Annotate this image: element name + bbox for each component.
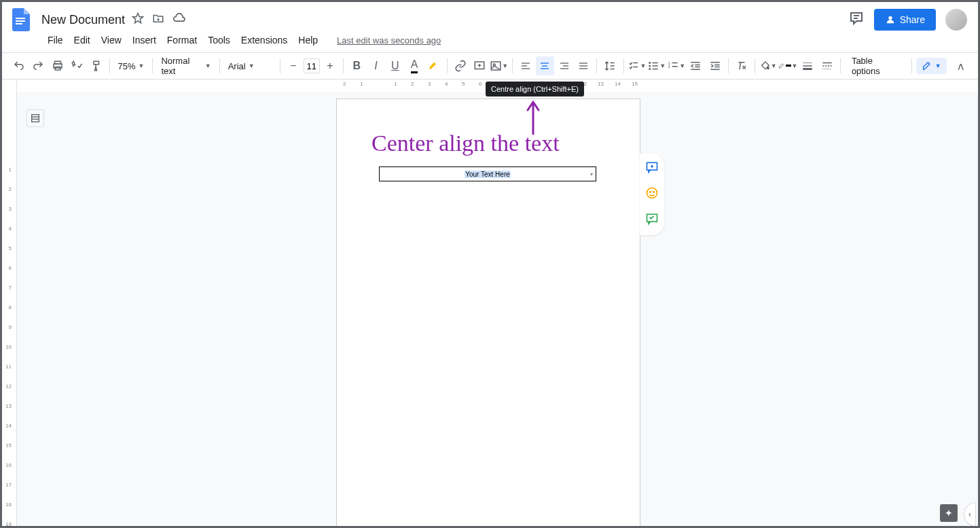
share-label: Share [900,14,925,25]
border-color-button[interactable]: ▼ [778,56,797,75]
svg-rect-27 [653,65,658,67]
redo-button[interactable] [29,56,47,75]
svg-rect-28 [653,69,658,70]
svg-point-23 [649,62,651,64]
menu-edit[interactable]: Edit [69,32,95,48]
chevron-down-icon: ▼ [205,63,211,69]
svg-text:2: 2 [668,65,671,69]
chevron-down-icon: ▼ [249,63,255,69]
paint-format-button[interactable] [87,56,105,75]
collapse-toolbar-button[interactable]: ʌ [952,56,970,75]
underline-button[interactable]: U [386,56,404,75]
outline-toggle-button[interactable] [26,109,44,127]
star-icon[interactable] [132,12,144,27]
chevron-down-icon: ▼ [679,63,685,69]
chevron-down-icon: ▼ [771,63,777,69]
menu-insert[interactable]: Insert [128,32,161,48]
line-spacing-button[interactable] [601,56,619,75]
cell-dropdown-icon[interactable]: ▾ [590,171,593,177]
tooltip-center-align: Centre align (Ctrl+Shift+E) [486,82,584,96]
font-select[interactable]: Arial▼ [224,57,276,75]
insert-image-button[interactable]: ▼ [490,56,508,75]
table-options-button[interactable]: Table options [845,57,907,75]
numbered-list-button[interactable]: 12▼ [667,56,685,75]
document-page[interactable]: Your Text Here ▾ [336,99,640,528]
svg-rect-2 [16,23,22,24]
annotation-text: Center align the text [371,130,560,156]
add-comment-button[interactable] [471,56,488,75]
add-comment-icon[interactable] [645,160,659,177]
align-left-button[interactable] [517,56,534,75]
svg-point-25 [649,68,651,70]
print-button[interactable] [49,56,67,75]
align-justify-button[interactable] [575,56,592,75]
clear-formatting-button[interactable] [733,56,750,75]
svg-point-24 [649,65,651,67]
last-edit-link[interactable]: Last edit was seconds ago [332,33,446,48]
comment-history-icon[interactable] [848,10,865,29]
menu-help[interactable]: Help [293,32,323,48]
text-color-button[interactable]: A [405,56,423,75]
menu-format[interactable]: Format [162,32,202,48]
insert-link-button[interactable] [452,56,469,75]
vertical-ruler: 12345678910111213141516171819202122 [2,80,17,528]
menu-tools[interactable]: Tools [203,32,235,48]
decrease-font-button[interactable]: − [284,56,302,75]
document-title[interactable]: New Document [41,13,125,27]
chevron-down-icon: ▼ [935,63,941,69]
cloud-status-icon[interactable] [173,13,186,27]
svg-rect-26 [653,63,658,64]
table-cell[interactable]: Your Text Here ▾ [379,166,596,181]
menu-file[interactable]: File [43,32,68,48]
menu-extensions[interactable]: Extensions [236,32,292,48]
increase-font-button[interactable]: + [321,56,339,75]
chevron-down-icon: ▼ [659,63,666,69]
suggest-edits-icon[interactable] [645,212,659,228]
highlight-button[interactable] [424,56,442,75]
docs-logo[interactable] [7,6,35,33]
svg-rect-47 [32,115,39,122]
menu-view[interactable]: View [96,32,126,48]
share-button[interactable]: Share [874,9,936,31]
chevron-down-icon: ▼ [791,63,797,69]
paragraph-style-select[interactable]: Normal text▼ [157,57,215,75]
spellcheck-button[interactable] [68,56,86,75]
undo-button[interactable] [10,56,28,75]
bullet-list-button[interactable]: ▼ [647,56,666,75]
svg-point-51 [647,188,657,198]
bold-button[interactable]: B [348,56,365,75]
chevron-down-icon: ▼ [139,63,145,69]
decrease-indent-button[interactable] [687,56,704,75]
editing-mode-button[interactable]: ▼ [916,58,947,74]
svg-rect-1 [16,20,25,22]
explore-button[interactable]: ✦ [940,504,958,522]
emoji-reaction-icon[interactable] [645,186,659,203]
user-avatar[interactable] [945,9,967,31]
zoom-select[interactable]: 75%▼ [114,57,149,75]
italic-button[interactable]: I [367,56,384,75]
chevron-down-icon: ▼ [640,63,646,69]
svg-point-52 [650,192,651,193]
svg-rect-0 [16,18,25,19]
fill-color-button[interactable]: ▼ [759,56,777,75]
align-center-button[interactable] [536,56,553,75]
expand-side-panel-button[interactable]: ‹ [964,502,976,527]
move-icon[interactable] [152,12,164,27]
svg-point-53 [653,192,655,193]
selected-text: Your Text Here [465,171,511,178]
side-toolbar [640,154,664,235]
border-style-button[interactable] [818,56,836,75]
align-right-button[interactable] [556,56,573,75]
chevron-down-icon: ▼ [502,63,508,69]
checklist-button[interactable]: ▼ [628,56,646,75]
font-size-input[interactable] [304,58,320,73]
border-width-button[interactable] [799,56,816,75]
increase-indent-button[interactable] [706,56,724,75]
